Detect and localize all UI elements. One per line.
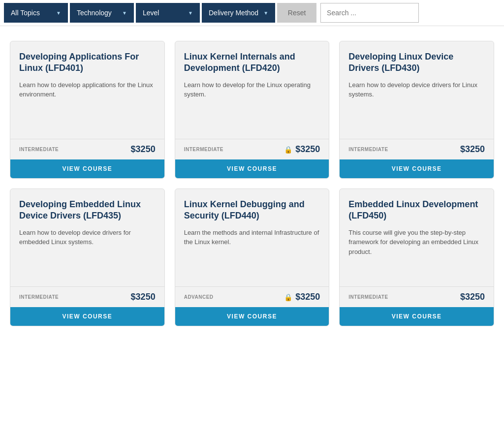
card-title: Embedded Linux Development (LFD450): [348, 199, 485, 222]
dropdown-label-technology: Technology: [77, 9, 112, 17]
card-level: INTERMEDIATE: [19, 294, 59, 300]
filter-dropdown-topics[interactable]: All Topics▼: [4, 3, 68, 23]
filter-dropdown-level[interactable]: Level▼: [136, 3, 200, 23]
courses-grid: Developing Applications For Linux (LFD40…: [0, 26, 504, 341]
card-price: $3250: [131, 144, 156, 155]
card-meta: INTERMEDIATE🔒$3250: [175, 139, 329, 159]
view-course-button[interactable]: VIEW COURSE: [340, 307, 494, 326]
card-description: Learn how to develop for the Linux opera…: [184, 80, 320, 99]
chevron-down-icon: ▼: [258, 10, 268, 16]
view-course-button[interactable]: VIEW COURSE: [10, 159, 164, 178]
card-meta: INTERMEDIATE$3250: [340, 286, 494, 307]
card-level: INTERMEDIATE: [19, 147, 59, 152]
card-body: Developing Applications For Linux (LFD40…: [10, 41, 164, 139]
card-title: Developing Linux Device Drivers (LFD430): [348, 51, 485, 74]
search-input[interactable]: [320, 3, 419, 23]
chevron-down-icon: ▼: [51, 10, 61, 16]
chevron-down-icon: ▼: [183, 10, 193, 16]
card-title: Linux Kernel Debugging and Security (LFD…: [184, 199, 320, 222]
view-course-button[interactable]: VIEW COURSE: [10, 307, 164, 326]
card-body: Embedded Linux Development (LFD450)This …: [340, 189, 494, 286]
card-meta: INTERMEDIATE$3250: [10, 286, 164, 307]
card-meta: ADVANCED🔒$3250: [175, 286, 329, 307]
course-card: Embedded Linux Development (LFD450)This …: [339, 188, 494, 326]
card-level: INTERMEDIATE: [348, 147, 388, 152]
filter-dropdown-technology[interactable]: Technology▼: [70, 3, 134, 23]
card-price-row: 🔒$3250: [284, 292, 320, 302]
dropdown-label-level: Level: [143, 9, 159, 17]
course-card: Linux Kernel Internals and Development (…: [175, 41, 330, 179]
card-body: Developing Embedded Linux Device Drivers…: [10, 189, 164, 286]
card-price: $3250: [131, 292, 156, 302]
course-card: Developing Applications For Linux (LFD40…: [10, 41, 165, 179]
card-price: $3250: [295, 144, 320, 155]
card-body: Developing Linux Device Drivers (LFD430)…: [340, 41, 494, 139]
course-card: Linux Kernel Debugging and Security (LFD…: [175, 188, 330, 326]
chevron-down-icon: ▼: [117, 10, 127, 16]
card-price-row: $3250: [131, 292, 156, 302]
card-meta: INTERMEDIATE$3250: [10, 139, 164, 159]
filter-dropdown-delivery[interactable]: Delivery Method▼: [202, 3, 275, 23]
card-level: INTERMEDIATE: [348, 294, 388, 300]
card-price-row: $3250: [131, 144, 156, 155]
view-course-button[interactable]: VIEW COURSE: [175, 159, 329, 178]
reset-button[interactable]: Reset: [277, 3, 316, 23]
card-body: Linux Kernel Debugging and Security (LFD…: [175, 189, 329, 286]
card-price: $3250: [460, 144, 485, 155]
view-course-button[interactable]: VIEW COURSE: [175, 307, 329, 326]
card-level: INTERMEDIATE: [184, 147, 223, 152]
course-card: Developing Embedded Linux Device Drivers…: [10, 188, 165, 326]
card-price-row: 🔒$3250: [284, 144, 320, 155]
card-description: Learn the methods and internal Infrastru…: [184, 228, 320, 247]
view-course-button[interactable]: VIEW COURSE: [340, 159, 494, 178]
card-meta: INTERMEDIATE$3250: [340, 139, 494, 159]
card-description: Learn how to develop device drivers for …: [19, 228, 156, 247]
card-title: Developing Applications For Linux (LFD40…: [19, 51, 156, 74]
card-description: Learn how to develop applications for th…: [19, 80, 156, 99]
lock-icon: 🔒: [284, 293, 292, 301]
card-description: This course will give you the step-by-st…: [348, 228, 485, 257]
filter-bar: All Topics▼Technology▼Level▼Delivery Met…: [0, 0, 504, 26]
card-description: Learn how to develop device drivers for …: [348, 80, 485, 99]
lock-icon: 🔒: [284, 146, 292, 154]
card-price: $3250: [460, 292, 485, 302]
card-price-row: $3250: [460, 144, 485, 155]
card-body: Linux Kernel Internals and Development (…: [175, 41, 329, 139]
card-level: ADVANCED: [184, 294, 214, 300]
card-title: Linux Kernel Internals and Development (…: [184, 51, 320, 74]
card-title: Developing Embedded Linux Device Drivers…: [19, 199, 156, 222]
dropdown-label-topics: All Topics: [11, 9, 40, 17]
dropdown-label-delivery: Delivery Method: [209, 9, 258, 17]
course-card: Developing Linux Device Drivers (LFD430)…: [339, 41, 494, 179]
card-price: $3250: [295, 292, 320, 302]
card-price-row: $3250: [460, 292, 485, 302]
